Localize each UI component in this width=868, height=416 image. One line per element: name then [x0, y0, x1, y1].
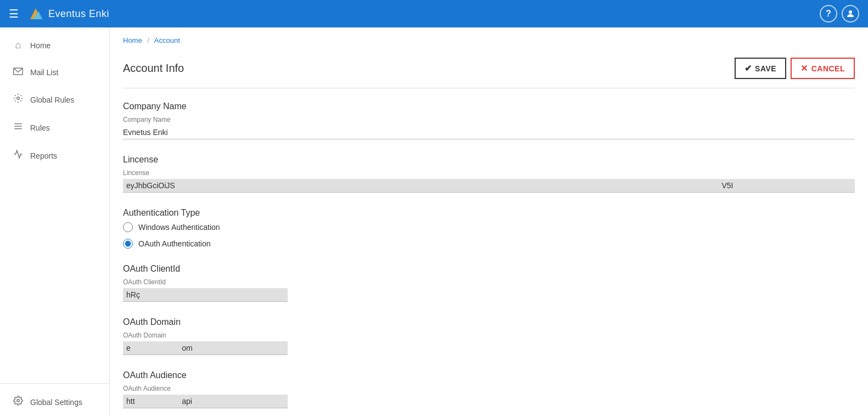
sidebar-item-global-settings[interactable]: Global Settings: [0, 388, 109, 416]
breadcrumb-account-link[interactable]: Account: [154, 36, 180, 44]
user-icon: [845, 9, 855, 19]
oauth-domain-input[interactable]: [123, 341, 288, 355]
app-logo: Eventus Enki: [27, 5, 109, 22]
oauth-audience-sub-label: OAuth Audience: [123, 385, 855, 392]
save-button[interactable]: ✔ SAVE: [735, 58, 787, 79]
radio-oauth-auth[interactable]: OAuth Authentication: [123, 239, 855, 249]
rules-icon: [13, 121, 24, 134]
oauth-client-id-field: OAuth ClientId OAuth ClientId: [123, 264, 855, 302]
home-icon: ⌂: [13, 40, 24, 51]
oauth-client-id-sub-label: OAuth ClientId: [123, 278, 855, 286]
svg-point-8: [17, 400, 20, 402]
oauth-audience-input[interactable]: [123, 395, 288, 408]
save-check-icon: ✔: [744, 63, 752, 74]
oauth-audience-field: OAuth Audience OAuth Audience: [123, 370, 855, 408]
oauth-client-id-input[interactable]: [123, 288, 288, 302]
account-info-section: Account Info ✔ SAVE ✕ CANCEL Company Nam…: [110, 49, 868, 416]
sidebar-item-rules-label: Rules: [30, 123, 50, 132]
oauth-client-id-label: OAuth ClientId: [123, 264, 855, 274]
company-name-sub-label: Company Name: [123, 116, 855, 123]
sidebar-item-mail-list[interactable]: Mail List: [0, 59, 109, 86]
breadcrumb-separator: /: [147, 36, 149, 44]
section-header: Account Info ✔ SAVE ✕ CANCEL: [123, 58, 855, 79]
auth-type-radio-group: Windows Authentication OAuth Authenticat…: [123, 222, 855, 249]
settings-icon: [13, 396, 24, 408]
sidebar-item-global-settings-label: Global Settings: [30, 398, 82, 407]
company-name-input[interactable]: [123, 126, 855, 139]
svg-point-4: [17, 97, 20, 100]
radio-oauth-auth-label: OAuth Authentication: [138, 239, 211, 248]
cancel-x-icon: ✕: [800, 63, 808, 74]
sidebar-item-home[interactable]: ⌂ Home: [0, 32, 109, 59]
help-button[interactable]: ?: [820, 5, 837, 23]
oauth-domain-sub-label: OAuth Domain: [123, 331, 855, 339]
auth-type-field: Authentication Type Windows Authenticati…: [123, 208, 855, 249]
cancel-button[interactable]: ✕ CANCEL: [791, 58, 855, 79]
radio-windows-auth-label: Windows Authentication: [138, 223, 220, 232]
breadcrumb-home-link[interactable]: Home: [123, 36, 142, 44]
license-label: Lincense: [123, 155, 855, 165]
oauth-domain-field: OAuth Domain OAuth Domain: [123, 317, 855, 355]
reports-icon: [13, 149, 24, 162]
topbar: ☰ Eventus Enki ?: [0, 0, 868, 27]
logo-icon: [27, 5, 44, 22]
sidebar-item-home-label: Home: [30, 41, 51, 50]
radio-oauth-auth-input[interactable]: [123, 239, 133, 249]
radio-windows-auth[interactable]: Windows Authentication: [123, 222, 855, 232]
page-title: Account Info: [123, 62, 184, 75]
svg-point-2: [849, 10, 852, 14]
sidebar-bottom: Global Settings: [0, 383, 109, 416]
oauth-domain-label: OAuth Domain: [123, 317, 855, 327]
global-rules-icon: [13, 93, 24, 106]
sidebar-item-global-rules[interactable]: Global Rules: [0, 86, 109, 114]
radio-windows-auth-input[interactable]: [123, 222, 133, 232]
action-buttons: ✔ SAVE ✕ CANCEL: [735, 58, 855, 79]
company-name-field: Company Name Company Name: [123, 102, 855, 139]
oauth-audience-label: OAuth Audience: [123, 370, 855, 380]
auth-type-label: Authentication Type: [123, 208, 855, 218]
sidebar-item-global-rules-label: Global Rules: [30, 95, 74, 104]
mail-icon: [13, 66, 24, 78]
sidebar-item-reports[interactable]: Reports: [0, 142, 109, 170]
license-field: Lincense Lincense: [123, 155, 855, 193]
license-input[interactable]: [123, 179, 855, 193]
sidebar: ⌂ Home Mail List Global Rules Rules Re: [0, 27, 110, 416]
main-layout: ⌂ Home Mail List Global Rules Rules Re: [0, 27, 868, 416]
sidebar-item-reports-label: Reports: [30, 151, 57, 160]
hamburger-icon[interactable]: ☰: [9, 7, 19, 20]
user-button[interactable]: [842, 5, 859, 23]
section-divider: [123, 88, 855, 88]
sidebar-item-rules[interactable]: Rules: [0, 114, 109, 142]
breadcrumb: Home / Account: [110, 27, 868, 49]
sidebar-item-mail-label: Mail List: [30, 68, 58, 77]
license-sub-label: Lincense: [123, 169, 855, 177]
content-area: Home / Account Account Info ✔ SAVE ✕ CAN…: [110, 27, 868, 416]
company-name-label: Company Name: [123, 102, 855, 111]
app-title: Eventus Enki: [48, 8, 109, 20]
